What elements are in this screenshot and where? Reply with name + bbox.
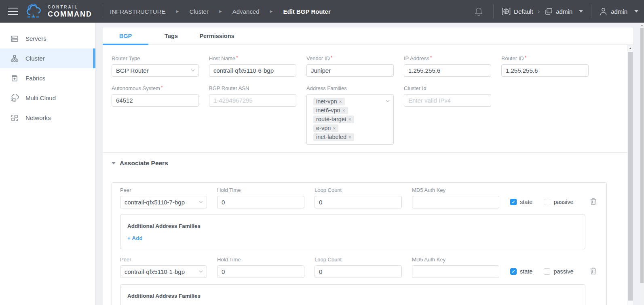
header-divider [591, 4, 591, 18]
state-checkbox-label: state [520, 199, 532, 205]
remove-tag-icon[interactable]: × [342, 108, 345, 114]
ip-address-input[interactable] [404, 64, 491, 77]
peer-label: Peer [120, 257, 207, 263]
router-type-value: BGP Router [116, 67, 149, 74]
sidebar-item-networks[interactable]: Networks [0, 108, 95, 128]
breadcrumb-arrow-icon: ▶ [270, 9, 273, 13]
loop-count-label: Loop Count [315, 187, 402, 193]
collapse-triangle-icon [112, 162, 116, 164]
header-divider [493, 4, 494, 18]
state-checkbox-label: state [520, 268, 532, 275]
tag-label: inet6-vpn [316, 107, 340, 114]
router-id-label: Router ID [501, 55, 589, 61]
router-id-input[interactable] [501, 64, 589, 77]
header-divider [103, 4, 103, 18]
chevron-down-icon [579, 10, 583, 13]
host-name-input[interactable] [209, 64, 296, 77]
add-address-family-link[interactable]: + Add [127, 235, 142, 241]
notifications-bell-icon[interactable] [475, 7, 483, 16]
tab-tags[interactable]: Tags [148, 27, 194, 44]
remove-tag-icon[interactable]: × [333, 126, 336, 131]
additional-address-families-box: Additional Address Families + Add [120, 215, 585, 249]
peer-select[interactable]: contrail-qfx5110-7-bgp [120, 196, 207, 208]
passive-checkbox[interactable] [544, 199, 550, 205]
sidebar-item-label: Cluster [25, 55, 45, 62]
md5-auth-key-input[interactable] [412, 265, 499, 278]
breadcrumb-arrow-icon: ▶ [219, 9, 222, 13]
peer-value: contrail-qfx5110-7-bgp [125, 199, 185, 206]
remove-tag-icon[interactable]: × [339, 99, 342, 105]
address-family-tag: inet-labeled× [313, 133, 354, 141]
breadcrumb-cluster[interactable]: Cluster [189, 8, 209, 15]
delete-peer-icon[interactable] [590, 198, 597, 205]
loop-count-input[interactable] [315, 196, 402, 208]
user-icon [600, 7, 607, 16]
hold-time-input[interactable] [217, 265, 304, 278]
sidebar-item-cluster[interactable]: Cluster [0, 48, 95, 68]
md5-auth-key-label: MD5 Auth Key [412, 187, 499, 193]
user-menu[interactable]: admin [600, 7, 638, 16]
additional-address-families-box: Additional Address Families [120, 284, 585, 305]
sidebar-item-label: Servers [25, 35, 46, 42]
peer-label: Peer [120, 187, 207, 193]
bgp-router-asn-input[interactable] [209, 94, 296, 107]
loop-count-input[interactable] [315, 265, 402, 278]
tag-label: inet-vpn [316, 98, 337, 105]
menu-icon[interactable] [0, 8, 25, 15]
sidebar-item-fabrics[interactable]: Fabrics [0, 68, 95, 88]
chevron-down-icon [191, 69, 195, 72]
remove-tag-icon[interactable]: × [348, 135, 351, 140]
hold-time-input[interactable] [217, 196, 304, 208]
sidebar-item-servers[interactable]: Servers [0, 29, 95, 48]
sidebar-item-label: Networks [25, 114, 51, 121]
breadcrumb: INFRASTRUCTURE ▶ Cluster ▶ Advanced ▶ Ed… [110, 8, 331, 15]
tag-label: inet-labeled [316, 134, 346, 140]
cluster-icon [11, 55, 19, 63]
scroll-up-icon[interactable]: ▲ [640, 23, 644, 28]
page-title: Edit BGP Router [283, 8, 331, 15]
sidebar: Servers Cluster Fabrics [0, 23, 96, 305]
additional-address-families-title: Additional Address Families [127, 293, 585, 299]
scrollbar-thumb[interactable] [628, 52, 633, 301]
scroll-up-icon[interactable]: ▲ [627, 45, 633, 51]
username-label: admin [611, 8, 627, 15]
section-divider [103, 152, 633, 153]
state-checkbox[interactable] [510, 199, 517, 205]
passive-checkbox[interactable] [544, 268, 550, 275]
hold-time-label: Hold Time [217, 257, 304, 263]
bgp-router-asn-label: BGP Router ASN [209, 85, 296, 91]
scrollbar-thumb[interactable] [640, 28, 644, 283]
associate-peers-title: Associate Peers [120, 160, 168, 167]
peer-row: Peer contrail-qfx5110-1-bgp Hold Time Lo… [120, 257, 606, 278]
breadcrumb-infrastructure[interactable]: INFRASTRUCTURE [110, 8, 166, 15]
content-scrollbar[interactable]: ▲ [627, 45, 633, 305]
associate-peers-header[interactable]: Associate Peers [112, 160, 633, 167]
tab-permissions[interactable]: Permissions [194, 27, 240, 44]
breadcrumb-advanced[interactable]: Advanced [232, 8, 260, 15]
tag-label: e-vpn [316, 125, 331, 131]
address-family-tag: inet6-vpn× [313, 107, 348, 114]
tag-label: route-target [316, 116, 346, 122]
address-families-multiselect[interactable]: inet-vpn× inet6-vpn× route-target× e-vpn… [306, 94, 394, 145]
delete-peer-icon[interactable] [590, 267, 597, 275]
state-checkbox[interactable] [510, 268, 517, 275]
tab-bgp[interactable]: BGP [103, 27, 148, 44]
chevron-down-icon [199, 270, 203, 273]
domain-icon [502, 7, 511, 15]
vendor-id-label: Vendor ID [306, 55, 394, 61]
scope-selector[interactable]: Default › admin [502, 7, 583, 15]
md5-auth-key-input[interactable] [412, 196, 499, 208]
vendor-id-input[interactable] [306, 64, 394, 77]
peer-value: contrail-qfx5110-1-bgp [125, 268, 185, 275]
router-type-select[interactable]: BGP Router [112, 64, 199, 77]
window-scrollbar[interactable]: ▲ [640, 23, 644, 305]
remove-tag-icon[interactable]: × [348, 117, 351, 122]
chevron-down-icon [386, 100, 390, 103]
sidebar-item-multicloud[interactable]: Multi Cloud [0, 88, 95, 108]
peer-select[interactable]: contrail-qfx5110-1-bgp [120, 265, 207, 278]
autonomous-system-input[interactable] [112, 94, 199, 107]
fabrics-icon [11, 74, 19, 82]
address-families-label: Address Families [306, 85, 394, 91]
app-header: CONTRAIL COMMAND INFRASTRUCTURE ▶ Cluste… [0, 0, 644, 23]
cluster-id-input[interactable] [404, 94, 491, 107]
